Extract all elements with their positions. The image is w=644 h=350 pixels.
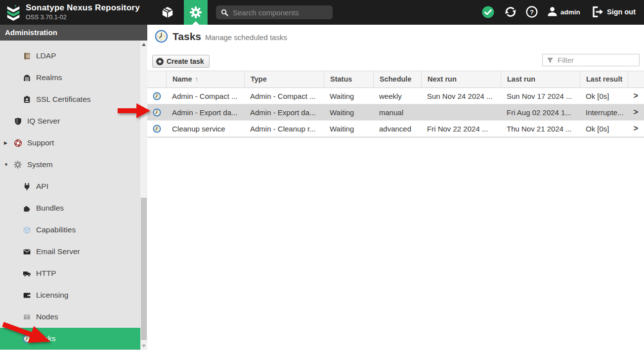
create-task-label: Create task xyxy=(167,57,204,65)
sidebar-item-realms[interactable]: Realms xyxy=(0,67,140,88)
gear-icon xyxy=(190,6,202,18)
cell-type: Admin - Export da... xyxy=(244,108,324,117)
plug-icon xyxy=(23,182,31,191)
page-title: Tasks xyxy=(172,31,201,43)
cell-last-result: Ok [0s] xyxy=(580,125,628,133)
sidebar-item-label: HTTP xyxy=(36,269,56,278)
sidebar-item-http[interactable]: HTTP xyxy=(0,262,140,284)
refresh-icon xyxy=(504,5,517,18)
sidebar-item-api[interactable]: API xyxy=(0,175,140,197)
plus-circle-icon xyxy=(156,58,164,65)
cell-type: Admin - Compact ... xyxy=(244,92,324,100)
sidebar-item-ssl-certificates[interactable]: SSL Certificates xyxy=(0,88,140,110)
sidebar-item-ldap[interactable]: LDAP xyxy=(0,45,140,67)
brand: Sonatype Nexus Repository OSS 3.70.1-02 xyxy=(26,3,140,21)
sidebar-item-label: Capabilities xyxy=(36,225,76,234)
sign-out-button[interactable] xyxy=(592,6,604,18)
sign-out-label[interactable]: Sign out xyxy=(607,8,636,16)
page-subtitle: Manage scheduled tasks xyxy=(205,33,287,42)
user-menu[interactable] xyxy=(547,6,558,17)
cell-status: Waiting xyxy=(324,125,373,133)
life-ring-icon xyxy=(14,139,22,147)
sidebar-item-label: Email Server xyxy=(36,247,80,256)
sidebar-item-iq-server[interactable]: IQ Server xyxy=(0,110,140,132)
table-row[interactable]: Cleanup service Admin - Cleanup r... Wai… xyxy=(147,121,644,137)
svg-text:r: r xyxy=(15,3,17,8)
user-name-label[interactable]: admin xyxy=(560,8,580,16)
column-header-next-run[interactable]: Next run xyxy=(421,71,501,88)
cell-schedule: weekly xyxy=(373,92,421,100)
admin-mode-tab[interactable] xyxy=(184,0,208,25)
sidebar-item-tasks[interactable]: Tasks xyxy=(0,328,140,350)
shield-icon xyxy=(14,117,22,126)
sidebar-item-bundles[interactable]: Bundles xyxy=(0,197,140,219)
user-icon xyxy=(547,6,558,17)
table-row-selected[interactable]: Admin - Export da... Admin - Export da..… xyxy=(147,104,644,121)
wallet-icon xyxy=(23,291,31,300)
cell-next-run: Fri Nov 22 2024 ... xyxy=(421,125,501,133)
row-chevron-icon[interactable]: > xyxy=(628,91,644,100)
table-row[interactable]: Admin - Compact ... Admin - Compact ... … xyxy=(147,88,644,104)
collapse-caret-icon[interactable]: ▼ xyxy=(4,162,14,167)
filter-box[interactable] xyxy=(542,54,640,66)
cell-last-result: Interrupte... xyxy=(580,108,628,117)
help-button[interactable]: ? xyxy=(526,6,538,18)
column-header-status[interactable]: Status xyxy=(324,71,373,88)
component-search[interactable] xyxy=(216,5,333,19)
search-icon xyxy=(221,9,228,16)
sidebar-item-licensing[interactable]: Licensing xyxy=(0,284,140,306)
cell-status: Waiting xyxy=(324,108,373,117)
sidebar-item-capabilities[interactable]: Capabilities xyxy=(0,219,140,241)
scrollbar-thumb[interactable] xyxy=(141,198,147,340)
refresh-button[interactable] xyxy=(504,5,517,18)
create-task-button[interactable]: Create task xyxy=(152,55,210,68)
scroll-down-arrow-icon[interactable] xyxy=(142,345,146,348)
admin-sidebar: Administration LDAP Realms SSL Certifica… xyxy=(0,25,147,350)
check-circle-icon xyxy=(482,6,494,18)
column-header-last-result[interactable]: Last result xyxy=(580,71,628,88)
column-header-type[interactable]: Type xyxy=(244,71,324,88)
sidebar-title: Administration xyxy=(0,25,147,41)
cell-status: Waiting xyxy=(324,92,373,100)
expand-caret-icon[interactable]: ▶ xyxy=(4,140,14,145)
sidebar-item-support[interactable]: ▶ Support xyxy=(0,132,140,154)
system-gear-icon xyxy=(14,161,22,169)
browse-mode-button[interactable] xyxy=(159,5,176,20)
sidebar-item-nodes[interactable]: Nodes xyxy=(0,306,140,328)
sidebar-item-label: Nodes xyxy=(36,312,58,321)
address-book-icon xyxy=(23,52,31,60)
task-clock-icon xyxy=(147,108,166,117)
main-content: Tasks Manage scheduled tasks Create task… xyxy=(147,25,644,350)
tasks-table: Name↑ Type Status Schedule Next run Last… xyxy=(147,71,644,138)
task-clock-icon xyxy=(147,92,166,100)
sidebar-item-label: IQ Server xyxy=(27,117,60,126)
sidebar-scrollbar[interactable] xyxy=(140,41,147,350)
search-input[interactable] xyxy=(232,8,325,17)
table-header-row: Name↑ Type Status Schedule Next run Last… xyxy=(147,71,644,88)
sidebar-item-label: API xyxy=(36,182,48,191)
cell-last-run: Fri Aug 02 2024 1... xyxy=(501,108,580,117)
row-chevron-icon[interactable]: > xyxy=(628,124,644,133)
scroll-up-arrow-icon[interactable] xyxy=(142,43,146,46)
sidebar-item-label: SSL Certificates xyxy=(36,95,91,104)
brand-title: Sonatype Nexus Repository xyxy=(26,3,140,13)
header-icon-column xyxy=(147,71,166,88)
sidebar-item-email-server[interactable]: Email Server xyxy=(0,241,140,262)
header-chevron-column xyxy=(628,71,644,88)
task-clock-icon xyxy=(147,125,166,133)
filter-input[interactable] xyxy=(557,55,633,65)
health-check-button[interactable] xyxy=(482,6,494,18)
sonatype-logo[interactable]: r xyxy=(4,3,23,22)
sidebar-item-label: Tasks xyxy=(36,334,56,343)
column-header-last-run[interactable]: Last run xyxy=(501,71,580,88)
row-chevron-icon[interactable]: > xyxy=(628,108,644,117)
cube-mode-icon xyxy=(160,5,175,20)
puzzle-icon xyxy=(23,204,31,213)
sidebar-item-system[interactable]: ▼ System xyxy=(0,154,140,175)
column-header-schedule[interactable]: Schedule xyxy=(373,71,421,88)
cube-icon xyxy=(23,226,31,234)
gate-icon xyxy=(23,74,31,82)
sidebar-item-label: LDAP xyxy=(36,51,56,60)
top-bar: r Sonatype Nexus Repository OSS 3.70.1-0… xyxy=(0,0,644,25)
column-header-name[interactable]: Name↑ xyxy=(166,71,244,88)
